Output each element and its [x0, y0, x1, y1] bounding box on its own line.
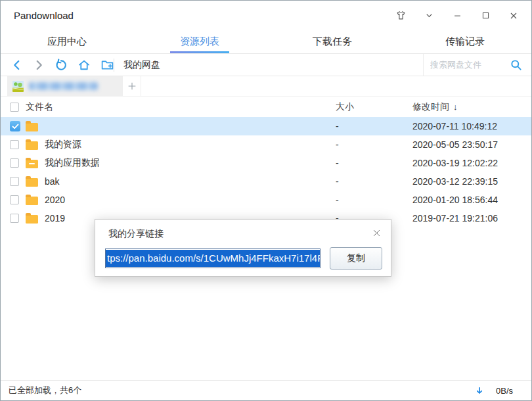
column-header-name[interactable]: 文件名: [26, 101, 336, 113]
column-header-mtime-label: 修改时间: [412, 101, 449, 112]
plus-icon: [127, 81, 137, 91]
breadcrumb: 我的网盘: [114, 59, 423, 71]
table-row[interactable]: 2020 - 2020-01-20 18:56:44: [1, 191, 531, 209]
share-link-selected-text: tps://pan.baidu.com/s/1CUwMhJj4FFkaxH7i1…: [106, 250, 320, 267]
share-link-input[interactable]: tps://pan.baidu.com/s/1CUwMhJj4FFkaxH7i1…: [105, 248, 321, 268]
image-thumbnail-icon: [12, 81, 24, 92]
tab-app-center[interactable]: 应用中心: [1, 30, 133, 53]
search-input[interactable]: [430, 60, 510, 70]
table-row[interactable]: 我的资源 - 2020-05-05 23:50:17: [1, 135, 531, 154]
row-checkbox[interactable]: [10, 158, 19, 168]
dialog-title: 我的分享链接: [108, 228, 164, 240]
file-name: bak: [45, 176, 60, 187]
row-checkbox[interactable]: [10, 177, 19, 186]
folder-icon: [26, 141, 38, 150]
tab-label: 资源列表: [180, 35, 219, 48]
search-icon[interactable]: [510, 59, 522, 71]
file-size: -: [336, 121, 412, 131]
table-row[interactable]: bak - 2020-03-12 22:39:15: [1, 172, 531, 191]
file-mtime: 2020-03-12 22:39:15: [412, 176, 531, 187]
skin-icon[interactable]: [395, 10, 407, 22]
toolbar: 我的网盘: [1, 54, 531, 76]
forward-icon[interactable]: [33, 58, 45, 72]
file-list: - 2020-07-11 10:49:12 我的资源 - 2020-05-05 …: [1, 117, 531, 227]
list-header: 文件名 大小 修改时间↓: [1, 97, 531, 117]
maximize-button[interactable]: [479, 10, 491, 22]
app-data-folder-icon: [26, 160, 38, 168]
tab-transfer-history[interactable]: 传输记录: [399, 30, 531, 53]
file-mtime: 2019-07-21 19:21:06: [412, 213, 531, 224]
file-mtime: 2020-07-11 10:49:12: [412, 121, 531, 131]
back-icon[interactable]: [11, 58, 23, 72]
new-folder-icon[interactable]: [100, 58, 114, 72]
table-row[interactable]: 我的应用数据 - 2020-03-19 12:02:22: [1, 154, 531, 172]
share-link-dialog: 我的分享链接 tps://pan.baidu.com/s/1CUwMhJj4FF…: [95, 219, 391, 277]
column-header-mtime[interactable]: 修改时间↓: [412, 101, 531, 113]
file-size: -: [336, 176, 412, 187]
home-icon[interactable]: [78, 58, 91, 72]
file-mtime: 2020-01-20 18:56:44: [412, 195, 531, 205]
file-name: 我的应用数据: [45, 157, 100, 169]
file-mtime: 2020-05-05 23:50:17: [412, 139, 531, 150]
tab-resource-list[interactable]: 资源列表: [133, 30, 266, 53]
dialog-close-icon[interactable]: [370, 227, 382, 239]
add-tab-button[interactable]: [123, 76, 141, 96]
select-all-checkbox[interactable]: [10, 103, 19, 112]
close-button[interactable]: [508, 10, 520, 22]
table-row[interactable]: - 2020-07-11 10:49:12: [1, 117, 531, 135]
file-tab-strip: [1, 76, 531, 97]
sort-desc-arrow: ↓: [453, 102, 458, 112]
row-checkbox[interactable]: [10, 195, 19, 204]
file-name: 2019: [45, 213, 65, 224]
titlebar: Pandownload: [1, 1, 531, 30]
app-title: Pandownload: [14, 10, 74, 21]
file-name: 我的资源: [45, 139, 81, 151]
folder-icon: [26, 215, 38, 224]
tab-label: 传输记录: [445, 35, 485, 48]
nav-tab-bar: 应用中心 资源列表 下载任务 传输记录: [1, 30, 531, 54]
folder-icon: [26, 178, 38, 187]
row-checkbox[interactable]: [10, 140, 19, 149]
refresh-icon[interactable]: [55, 58, 68, 72]
column-header-size[interactable]: 大小: [336, 101, 412, 113]
search-box: [423, 54, 531, 76]
folder-icon: [26, 197, 38, 205]
file-size: -: [336, 158, 412, 168]
download-speed-group: 0B/s: [475, 386, 513, 396]
download-speed-value: 0B/s: [496, 386, 513, 396]
toolbar-nav-icons: [1, 58, 114, 72]
copy-button[interactable]: 复制: [330, 247, 382, 270]
redacted-filename: [29, 82, 98, 90]
dialog-body: tps://pan.baidu.com/s/1CUwMhJj4FFkaxH7i1…: [105, 247, 382, 270]
tab-label: 下载任务: [313, 35, 352, 48]
statusbar: 已全部加载，共6个 0B/s: [1, 380, 531, 400]
folder-icon: [26, 123, 38, 131]
file-size: -: [336, 139, 412, 150]
file-mtime: 2020-03-19 12:02:22: [412, 158, 531, 168]
download-arrow-icon: [475, 386, 484, 396]
row-checkbox-checked[interactable]: [10, 121, 20, 131]
file-name: 2020: [45, 195, 65, 205]
row-checkbox[interactable]: [10, 214, 19, 223]
file-size: -: [336, 195, 412, 205]
window-controls: [395, 10, 520, 22]
app-window: Pandownload 应用中心 资源列表 下载任务 传输记录: [0, 0, 532, 401]
tab-label: 应用中心: [47, 35, 87, 48]
minimize-button[interactable]: [451, 10, 463, 22]
tab-download-tasks[interactable]: 下载任务: [266, 30, 399, 53]
file-tab-active[interactable]: [7, 76, 123, 96]
chevron-down-icon[interactable]: [423, 10, 435, 22]
load-status-text: 已全部加载，共6个: [9, 385, 81, 396]
